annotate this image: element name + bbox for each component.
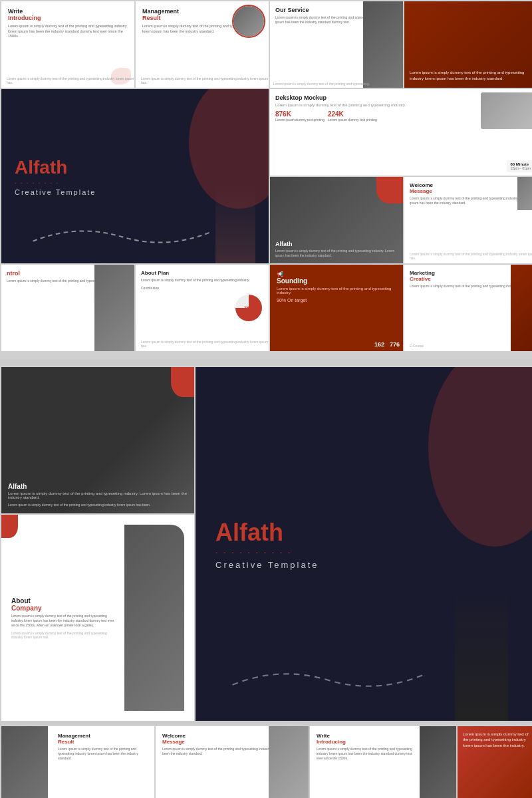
stat-3: 224K Lorem ipsum dummy text printing bbox=[328, 110, 377, 122]
pie-chart-container: 75% bbox=[235, 295, 262, 321]
welcome-footer: Lorem ipsum is simply dummy text of the … bbox=[410, 252, 532, 260]
slide-write-intro-sm: Write Introducing Lorem ipsum is simply … bbox=[310, 726, 456, 798]
slide-our-service: Our Service Lorem ipsum is simply dummy … bbox=[270, 1, 403, 88]
slide-alfath-small: Alfath Lorem ipsum is simply dummy text … bbox=[1, 367, 194, 513]
alfath-dots: - - - - - - - - bbox=[15, 180, 255, 186]
service-photo bbox=[363, 1, 403, 88]
alfath-lg-dashed-svg bbox=[209, 661, 446, 694]
slide-red-accent: Lorem ipsum is simply dummy text of the … bbox=[404, 1, 532, 88]
slide-ctrl: ntrol Lorem ipsum is simply dummy text o… bbox=[1, 265, 134, 351]
slide-about-plan: About Plan Lorem ipsum is simply dummy t… bbox=[136, 265, 269, 351]
sounding-stat1: 162 bbox=[374, 341, 384, 348]
mockup-time-block: 60 Minute 12pm – 01pm bbox=[507, 160, 532, 172]
sounding-body: Lorem ipsum is simply dummy text of the … bbox=[277, 287, 396, 295]
extra-sm-bg: Lorem ipsum is simply dummy text of the … bbox=[458, 726, 532, 798]
red-body: Lorem ipsum is simply dummy text of the … bbox=[410, 70, 532, 81]
write-sm-text: Write Introducing Lorem ipsum is simply … bbox=[310, 726, 420, 767]
slide-alfath-main: Alfath - - - - - - - - Creative Template bbox=[1, 89, 269, 263]
laptop-body: Lorem ipsum is simply dummy text of the … bbox=[275, 249, 398, 258]
alfath-sm-inner: Alfath Lorem ipsum is simply dummy text … bbox=[1, 367, 194, 513]
mgmt-sm-photo bbox=[1, 726, 48, 798]
write-sm-title: Write bbox=[317, 733, 413, 739]
write-title: Write bbox=[8, 8, 128, 15]
welcome-photo-strip bbox=[517, 177, 532, 210]
alfath-lg-dots: - - - - - - - - - - bbox=[215, 549, 515, 556]
alfath-sm-label: Alfath bbox=[8, 483, 188, 490]
write-body: Lorem ipsum is simply dummy text of the … bbox=[8, 24, 128, 39]
mgmt-sm-body: Lorem ipsum is simply dummy text of the … bbox=[58, 747, 148, 761]
stat-1-num: 876K bbox=[275, 110, 325, 118]
alfath-content: Alfath - - - - - - - - Creative Template bbox=[15, 157, 255, 196]
sounding-content: 📢 Sounding Lorem ipsum is simply dummy t… bbox=[270, 265, 403, 309]
welcome-subtitle: Message bbox=[410, 188, 532, 194]
service-footer: Lorem ipsum is simply dummy text of the … bbox=[273, 82, 370, 86]
about-co-body: Lorem ipsum is simply dummy text of the … bbox=[11, 614, 118, 628]
about-plan-title: About Plan bbox=[141, 270, 263, 276]
mockup-time2: 12pm – 01pm bbox=[510, 166, 531, 170]
slide-management-sm: Management Result Lorem ipsum is simply … bbox=[1, 726, 154, 798]
section-bot3: Management Result Lorem ipsum is simply … bbox=[0, 725, 532, 798]
stat-1: 876K Lorem ipsum dummy text printing bbox=[275, 110, 325, 122]
extra-sm-text: Lorem ipsum is simply dummy text of the … bbox=[463, 732, 532, 748]
mgmt-sm-subtitle: Result bbox=[58, 739, 148, 745]
mgmt-photo bbox=[232, 5, 265, 38]
mgmt-sm-title: Management bbox=[58, 733, 148, 739]
sounding-stats: 162 776 bbox=[374, 341, 400, 348]
about-plan-body: Lorem ipsum is simply dummy text of the … bbox=[141, 278, 263, 283]
about-co-photo bbox=[124, 525, 184, 711]
contribution-label: Contribution bbox=[141, 286, 263, 290]
dashed-line-svg bbox=[15, 223, 229, 250]
about-plan-footer: Lorem ipsum is simply dummy text of the … bbox=[141, 340, 269, 348]
mgmt-sm-text: Management Result Lorem ipsum is simply … bbox=[51, 726, 154, 767]
slide-management-result: Management Result Lorem ipsum is simply … bbox=[136, 1, 269, 88]
welcome-sm-photo bbox=[269, 726, 309, 798]
write-sm-subtitle: Introducing bbox=[317, 739, 413, 745]
write-sm-photo bbox=[420, 726, 456, 798]
section-mid: Alfath Lorem ipsum is simply dummy text … bbox=[0, 366, 532, 718]
slide-sounding: 📢 Sounding Lorem ipsum is simply dummy t… bbox=[270, 265, 403, 351]
laptop-label: Alfath bbox=[275, 241, 398, 247]
alfath-sm-footer: Lorem ipsum is simply dummy text of the … bbox=[8, 503, 188, 507]
ctrl-photo bbox=[94, 265, 134, 351]
slide-write-introducing: Write Introducing Lorem ipsum is simply … bbox=[1, 1, 134, 88]
alfath-logo-a: A bbox=[15, 157, 28, 178]
stat-3-num: 224K bbox=[328, 110, 377, 118]
alfath-sm-body: Lorem ipsum is simply dummy text of the … bbox=[8, 491, 188, 499]
slide-alfath-large: Alfath - - - - - - - - - - Creative Temp… bbox=[196, 367, 532, 721]
red-slide-text: Lorem ipsum is simply dummy text of the … bbox=[410, 70, 532, 81]
laptop-red-corner bbox=[376, 177, 403, 203]
alfath-sm-text: Alfath Lorem ipsum is simply dummy text … bbox=[8, 483, 188, 507]
write-subtitle: Introducing bbox=[8, 15, 128, 21]
about-co-red-corner-tl bbox=[1, 515, 18, 538]
slide-alfath-laptop: Alfath Lorem ipsum is simply dummy text … bbox=[270, 177, 403, 263]
alfath-lg-logo: Alfath bbox=[215, 519, 515, 547]
marketing-red-strip bbox=[511, 265, 532, 351]
alfath-tagline: Creative Template bbox=[15, 188, 255, 196]
mgmt-footer: Lorem ipsum is simply dummy text of the … bbox=[141, 76, 269, 84]
sm-red-corner bbox=[171, 367, 194, 397]
section-top: Write Introducing Lorem ipsum is simply … bbox=[0, 0, 532, 359]
write-sm-body: Lorem ipsum is simply dummy text of the … bbox=[317, 747, 413, 761]
marketing-footer: E-Course bbox=[410, 344, 424, 348]
alfath-logo: Alfath bbox=[15, 157, 255, 178]
alfath-lg-content: Alfath - - - - - - - - - - Creative Temp… bbox=[215, 519, 515, 570]
sounding-title: Sounding bbox=[277, 277, 396, 285]
sounding-on-target: 90% On target bbox=[277, 298, 396, 303]
alfath-logo-rest: lfath bbox=[28, 157, 67, 178]
footer-text: Lorem ipsum is simply dummy text of the … bbox=[7, 76, 134, 84]
welcome-content: Welcome Message Lorem ipsum is simply du… bbox=[404, 177, 532, 211]
slide-welcome: Welcome Message Lorem ipsum is simply du… bbox=[404, 177, 532, 263]
about-co-title: About bbox=[11, 597, 118, 604]
alfath-lg-a: A bbox=[215, 519, 233, 546]
slide-extra-sm: Lorem ipsum is simply dummy text of the … bbox=[458, 726, 532, 798]
sounding-icon: 📢 bbox=[277, 271, 396, 277]
slide-welcome-sm: Welcome Message Lorem ipsum is simply du… bbox=[156, 726, 309, 798]
about-co-text: About Company Lorem ipsum is simply dumm… bbox=[11, 597, 124, 639]
sounding-stat2: 776 bbox=[390, 341, 400, 348]
about-co-footer: Lorem ipsum is simply dummy text of the … bbox=[11, 631, 118, 639]
alfath-lg-tagline: Creative Template bbox=[215, 560, 515, 570]
mockup-photo bbox=[481, 92, 532, 129]
slide-marketing-creative: Marketing Creative Lorem ipsum is simply… bbox=[404, 265, 532, 351]
slide-about-company: About Company Lorem ipsum is simply dumm… bbox=[1, 515, 194, 721]
extra-sm-content: Lorem ipsum is simply dummy text of the … bbox=[458, 726, 532, 753]
